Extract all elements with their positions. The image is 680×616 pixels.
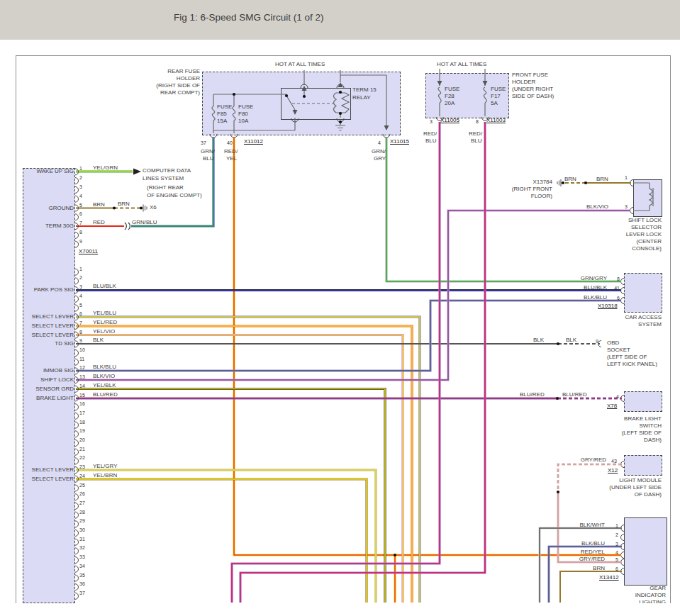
pin-arc-icon: [75, 449, 79, 455]
wire-label: BLK/BLU: [567, 294, 607, 301]
pin-arc-icon: [75, 485, 79, 491]
pin-arc-icon: [75, 539, 79, 545]
wire-label: BLK: [533, 337, 544, 344]
connector-link-x11005[interactable]: X11005: [440, 117, 459, 124]
pin-arc-icon: [75, 214, 79, 220]
pin-number: 8: [79, 229, 82, 236]
hot-at-all-times-label: HOT AT ALL TIMES: [275, 61, 325, 68]
pin-number: 6: [608, 566, 618, 573]
pin-number: 5: [79, 302, 82, 309]
signal-label: SELECT LEVER: [23, 323, 74, 330]
front-fuse-name: FRONT FUSE: [512, 72, 548, 79]
pin-number: 6: [79, 211, 82, 218]
connector-link-x12[interactable]: X12: [608, 467, 618, 474]
relay-label: TERM 15: [352, 86, 377, 94]
pin-number: 8: [476, 118, 479, 125]
wire-label: GRN/: [201, 148, 215, 155]
hot-at-all-times-label: HOT AT ALL TIMES: [437, 61, 486, 68]
connector-link-x11003[interactable]: X11003: [486, 117, 506, 124]
page-cut: [0, 603, 680, 616]
splice-dot: [339, 112, 342, 115]
obd-name: SOCKET: [607, 347, 630, 354]
pin-number: 33: [79, 554, 85, 561]
pin-arc-icon: [75, 232, 79, 238]
connector-link-x70011[interactable]: X70011: [79, 248, 98, 255]
connector-arcs: [210, 84, 633, 575]
obd-name: LEFT KICK PANEL): [607, 361, 657, 368]
connector-link-x78[interactable]: X78: [607, 403, 617, 410]
pin-number: 3: [79, 184, 82, 191]
pin-arc-icon: [75, 557, 79, 564]
pin-number: 14: [79, 383, 85, 390]
connector-link-x11012[interactable]: X11012: [244, 138, 263, 145]
splice-dot: [140, 206, 143, 209]
pin-number: 3: [625, 203, 628, 211]
wire-label: BLK/WHT: [565, 522, 605, 529]
pin-number: 29: [79, 517, 85, 525]
wire-label: YEL/BLK: [93, 382, 116, 389]
splice-dot: [557, 342, 559, 345]
pin-number: 19: [79, 427, 85, 435]
pin-number: 7: [79, 320, 82, 327]
shift-lock-name: (CENTER: [601, 238, 662, 245]
gear-indicator-name: GEAR: [606, 585, 666, 592]
connector-link-x10318[interactable]: X10318: [598, 303, 618, 310]
pin-number: 10: [79, 347, 85, 354]
wire-label: RED/: [224, 148, 238, 155]
pin-number: 43: [611, 458, 617, 465]
fuse-f17-label: FUSE: [491, 86, 506, 93]
pin-arc-icon: [75, 593, 79, 599]
pin-number: 5: [608, 556, 618, 564]
wire-label: BLK/BLU: [93, 364, 116, 371]
wire-segment: [232, 122, 440, 603]
fuse-f28-label: 20A: [445, 100, 455, 107]
pin-number: 6: [79, 310, 82, 318]
pin-number: 9: [79, 337, 82, 345]
wire-label: YEL/GRN: [93, 164, 118, 172]
pin-number: 30: [79, 527, 85, 534]
signal-label: SELECT LEVER: [23, 313, 74, 320]
car-access-name: SYSTEM: [601, 321, 662, 328]
wire-label: GRN/: [372, 148, 386, 155]
pin-arc-icon: [75, 241, 79, 247]
wire-segment: [76, 470, 376, 603]
splice-dot: [285, 94, 288, 97]
pin-number: 22: [79, 454, 85, 461]
pin-number: 8: [79, 329, 82, 336]
pin-number: 13: [79, 374, 85, 381]
pin-number: 3: [430, 118, 433, 125]
wire-label: BLU/RED: [562, 391, 587, 398]
wire-label: BLU/RED: [93, 391, 118, 398]
front-fuse-name: (UNDER RIGHT: [512, 86, 553, 93]
wire-label: RED/: [423, 130, 437, 138]
pin-arc-icon: [75, 548, 79, 554]
computer-data-lines-label: COMPUTER DATA: [143, 167, 191, 174]
pin-number: 6: [607, 295, 620, 302]
car-access-name: CAR ACCESS: [601, 314, 662, 321]
solenoid-coil-icon: [650, 189, 652, 206]
wire-label: BLU/BLK: [93, 283, 116, 290]
rear-fuse-name: HOLDER: [135, 75, 200, 82]
pin-number: 3: [608, 541, 618, 548]
connector-link-x13412[interactable]: X13412: [599, 574, 619, 581]
pin-number: 36: [79, 581, 85, 588]
wire-segment: [76, 479, 367, 603]
wire-label: BRN: [596, 176, 608, 183]
wire-label: BLK: [93, 337, 104, 344]
pin-arc-icon: [75, 521, 79, 527]
pin-number: 15: [79, 392, 85, 399]
fuse-f80-label: FUSE: [238, 103, 253, 111]
wire-label: BLK/VIO: [93, 373, 115, 380]
gear-indicator-name: INDICATOR: [606, 592, 666, 599]
rear-fuse-name: REAR FUSE: [135, 68, 200, 75]
ground-location: (RIGHT FRONT: [504, 186, 552, 193]
wire-segment: [76, 211, 630, 380]
wire-segment: [76, 317, 420, 603]
pin-arc-icon: [75, 359, 79, 365]
pin-arc-icon: [75, 305, 79, 311]
pin-arc-icon: [75, 494, 79, 500]
engine-compt-location: (RIGHT REAR: [147, 184, 184, 191]
connector-link-x11015[interactable]: X11015: [390, 138, 409, 145]
wire-label: BLK/VIO: [576, 203, 608, 211]
signal-label: SELECT LEVER: [23, 476, 74, 483]
